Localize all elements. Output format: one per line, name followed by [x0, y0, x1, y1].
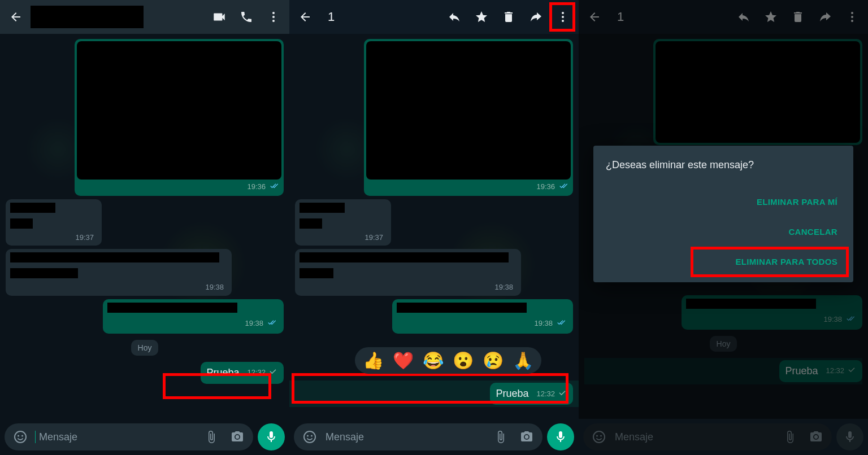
svg-point-4: [18, 435, 19, 437]
camera-icon[interactable]: [514, 425, 539, 449]
selection-topbar: 1: [289, 0, 579, 34]
back-button: [582, 5, 607, 29]
text-cursor: [35, 431, 36, 443]
message-in-1[interactable]: 19:37: [6, 199, 284, 246]
message-out-1[interactable]: 19:38: [295, 299, 573, 334]
svg-point-2: [272, 20, 275, 22]
voice-call-button[interactable]: [234, 5, 259, 29]
attach-icon[interactable]: [199, 425, 224, 449]
screen-1: 19:36 19:37 19:38 19:38 Hoy: [0, 0, 289, 455]
message-input[interactable]: Mensaje: [294, 423, 542, 450]
delete-for-me-button[interactable]: ELIMINAR PARA MÍ: [606, 187, 841, 217]
dialog-title: ¿Deseas eliminar este mensaje?: [606, 159, 841, 171]
svg-point-0: [272, 12, 275, 14]
svg-point-14: [851, 20, 853, 22]
back-button[interactable]: [293, 5, 318, 29]
screen-2: 1 19:36 19:37 19:38 19:38 👍 ❤️ 😂: [289, 0, 579, 455]
attach-icon[interactable]: [488, 425, 513, 449]
reaction-picker[interactable]: 👍 ❤️ 😂 😮 😢 🙏: [355, 347, 541, 374]
svg-point-7: [562, 16, 564, 18]
svg-point-11: [311, 435, 313, 437]
video-call-button[interactable]: [207, 5, 232, 29]
svg-point-5: [21, 435, 23, 437]
selection-topbar: 1: [579, 0, 868, 34]
svg-point-16: [596, 435, 598, 437]
camera-icon[interactable]: [225, 425, 250, 449]
more-options-button: [840, 5, 865, 29]
delete-button: [785, 5, 810, 29]
message-image-out[interactable]: 19:36: [6, 39, 284, 196]
svg-point-6: [562, 12, 564, 14]
emoji-icon[interactable]: [297, 425, 322, 449]
svg-point-15: [593, 431, 605, 443]
message-in-2[interactable]: 19:38: [6, 249, 284, 295]
input-placeholder: Mensaje: [37, 431, 198, 443]
image-attachment-redacted: [77, 41, 281, 180]
message-image-out[interactable]: 19:36: [295, 39, 573, 196]
reaction-heart[interactable]: ❤️: [393, 351, 414, 370]
input-bar: Mensaje: [5, 423, 285, 450]
delete-dialog: ¿Deseas eliminar este mensaje? ELIMINAR …: [593, 146, 853, 282]
selection-count: 1: [609, 10, 729, 24]
back-button[interactable]: [3, 5, 28, 29]
read-ticks-icon: [266, 317, 276, 330]
read-ticks-icon: [555, 317, 565, 330]
reply-button[interactable]: [442, 5, 467, 29]
mic-button[interactable]: [547, 423, 574, 450]
svg-point-1: [272, 16, 275, 18]
message-test[interactable]: Prueba 12:32: [6, 362, 284, 384]
svg-point-8: [562, 20, 564, 22]
svg-point-3: [15, 431, 26, 443]
message-input[interactable]: Mensaje: [5, 423, 253, 450]
sent-tick-icon: [557, 388, 567, 401]
msg-time: 19:38: [245, 319, 263, 329]
msg-time: 19:38: [205, 283, 224, 292]
star-button[interactable]: [469, 5, 494, 29]
more-options-button[interactable]: [550, 5, 575, 29]
svg-point-13: [851, 16, 853, 18]
delete-for-everyone-button[interactable]: ELIMINAR PARA TODOS: [606, 247, 841, 277]
read-ticks-icon: [268, 181, 278, 193]
reaction-wow[interactable]: 😮: [453, 351, 474, 370]
chat-area: 19:36 19:37 19:38 19:38 👍 ❤️ 😂 😮 😢 🙏 Pru…: [289, 34, 579, 419]
reply-button: [731, 5, 756, 29]
cancel-button[interactable]: CANCELAR: [606, 217, 841, 247]
more-options-button[interactable]: [261, 5, 286, 29]
message-in-1[interactable]: 19:37: [295, 199, 573, 246]
reaction-pray[interactable]: 🙏: [513, 351, 533, 370]
delete-button[interactable]: [496, 5, 521, 29]
msg-text: Prueba: [206, 366, 239, 379]
read-ticks-icon: [557, 181, 567, 193]
message-in-2[interactable]: 19:38: [295, 249, 573, 295]
svg-point-10: [307, 435, 309, 437]
msg-time: 19:37: [75, 233, 94, 243]
selection-count: 1: [320, 10, 440, 24]
mic-button[interactable]: [258, 423, 285, 450]
message-test-selected[interactable]: Prueba 12:32: [289, 380, 579, 407]
sent-tick-icon: [268, 366, 278, 379]
screen-3: 1 19:38 Hoy Prueba12:32 Mensaje ¿Deseas …: [579, 0, 868, 455]
chat-topbar: [0, 0, 289, 34]
svg-point-17: [600, 435, 602, 437]
msg-time: 19:36: [247, 182, 266, 191]
contact-header[interactable]: [31, 6, 205, 28]
reaction-laugh[interactable]: 😂: [423, 351, 444, 370]
forward-button: [813, 5, 837, 29]
emoji-icon[interactable]: [8, 425, 33, 449]
reaction-sad[interactable]: 😢: [483, 351, 504, 370]
forward-button[interactable]: [523, 5, 548, 29]
svg-point-9: [304, 431, 315, 443]
msg-time: 12:32: [247, 368, 266, 378]
contact-name-redacted: [31, 6, 144, 28]
svg-point-12: [851, 12, 853, 14]
message-out-1[interactable]: 19:38: [6, 299, 284, 334]
star-button: [758, 5, 783, 29]
reaction-thumbsup[interactable]: 👍: [363, 351, 384, 370]
chat-area: 19:36 19:37 19:38 19:38 Hoy: [0, 34, 289, 419]
input-bar: Mensaje: [294, 423, 574, 450]
